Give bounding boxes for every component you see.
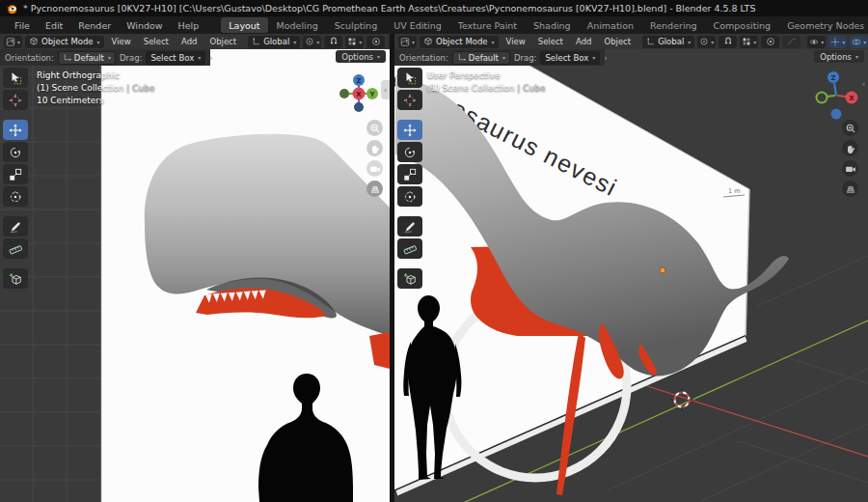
viewport-right[interactable]: Pycnonemosaurus nevesi 1 m	[394, 34, 868, 502]
tool-cursor[interactable]	[3, 90, 28, 110]
show-gizmo-toggle[interactable]	[828, 36, 847, 48]
scale-icon	[9, 168, 22, 181]
menu-render[interactable]: Render	[71, 18, 118, 33]
proportional-editing-button[interactable]	[761, 36, 779, 48]
tool-scale[interactable]	[3, 164, 28, 184]
tab-layout[interactable]: Layout	[221, 17, 267, 33]
tool-select-box[interactable]	[3, 68, 28, 88]
menu-help[interactable]: Help	[172, 18, 206, 33]
orientation-global-label: Global	[263, 37, 289, 46]
pivot-point-dropdown[interactable]	[697, 36, 716, 48]
editor-3d-viewport-icon	[400, 37, 410, 47]
camera-view-button[interactable]	[366, 160, 383, 177]
tool-annotate[interactable]	[3, 216, 28, 237]
viewport-right-canvas[interactable]: Pycnonemosaurus nevesi 1 m	[394, 49, 868, 502]
drag-mode-dropdown[interactable]: Select Box	[146, 51, 205, 65]
select-menu[interactable]: Select	[139, 37, 174, 46]
tab-uv-editing[interactable]: UV Editing	[386, 17, 449, 33]
show-overlays-toggle[interactable]	[850, 36, 868, 48]
perspective-toggle-button[interactable]	[842, 181, 858, 197]
zoom-button[interactable]	[842, 120, 858, 136]
proportional-falloff-dropdown[interactable]	[388, 36, 390, 48]
pan-button[interactable]	[366, 140, 383, 156]
menu-file[interactable]: File	[8, 18, 37, 33]
expand-chevron[interactable]	[209, 53, 213, 63]
mode-dropdown[interactable]: Object Mode	[25, 36, 104, 48]
tool-rotate[interactable]	[3, 142, 28, 162]
snap-settings-dropdown[interactable]	[345, 36, 364, 48]
tool-annotate[interactable]	[397, 216, 422, 237]
divider: |	[517, 83, 520, 93]
tool-measure[interactable]	[3, 238, 28, 259]
snap-toggle-button[interactable]	[719, 36, 737, 48]
gizmo-z-negative[interactable]	[831, 109, 842, 120]
tab-texture-paint[interactable]: Texture Paint	[450, 17, 525, 33]
transform-orientation-dropdown[interactable]: Global	[642, 36, 694, 48]
sidebar-toggle[interactable]: ‹	[381, 80, 390, 99]
tool-add-cube[interactable]	[397, 268, 422, 289]
snap-settings-dropdown[interactable]	[740, 36, 758, 48]
menu-window[interactable]: Window	[120, 18, 169, 33]
right-3d-scene[interactable]: Pycnonemosaurus nevesi 1 m	[394, 49, 868, 502]
add-menu[interactable]: Add	[571, 37, 596, 46]
gizmo-y-negative[interactable]	[817, 93, 827, 103]
perspective-toggle-button[interactable]	[366, 181, 383, 197]
options-dropdown[interactable]: Options	[814, 50, 864, 63]
viewport-left-canvas[interactable]	[0, 49, 390, 502]
menu-edit[interactable]: Edit	[39, 18, 69, 33]
tool-select-box[interactable]	[397, 68, 422, 88]
gizmo-y-negative[interactable]	[339, 89, 349, 98]
navigation-gizmo[interactable]: Z X	[813, 66, 861, 127]
snap-toggle-button[interactable]	[324, 36, 342, 48]
object-menu[interactable]: Object	[599, 37, 636, 46]
sidebar-toggle[interactable]: ‹	[859, 76, 868, 92]
tool-scale[interactable]	[397, 164, 422, 184]
tab-modeling[interactable]: Modeling	[269, 17, 326, 33]
navigation-gizmo[interactable]: Z Y X	[338, 72, 380, 119]
view-menu[interactable]: View	[502, 37, 530, 46]
tool-cursor[interactable]	[397, 90, 422, 110]
measure-ruler-icon	[9, 242, 22, 256]
zoom-button[interactable]	[366, 120, 383, 136]
gizmo-z-negative[interactable]	[354, 102, 364, 112]
tab-rendering[interactable]: Rendering	[642, 17, 705, 33]
select-menu[interactable]: Select	[533, 37, 568, 46]
tab-animation[interactable]: Animation	[580, 17, 641, 33]
camera-view-button[interactable]	[842, 160, 858, 177]
tool-add-cube[interactable]	[3, 268, 28, 289]
pivot-point-dropdown[interactable]	[303, 36, 321, 48]
proportional-editing-button[interactable]	[366, 36, 385, 48]
add-cube-icon	[403, 272, 417, 286]
view-menu[interactable]: View	[107, 37, 136, 46]
drag-orientation-dropdown[interactable]: Default	[452, 51, 510, 65]
transform-orientation-dropdown[interactable]: Global	[248, 36, 300, 48]
drag-orientation-dropdown[interactable]: Default	[58, 51, 116, 65]
tab-geometry-nodes[interactable]: Geometry Nodes	[779, 17, 868, 33]
select-box-icon	[9, 71, 22, 85]
add-menu[interactable]: Add	[176, 37, 202, 46]
object-type-visibility-dropdown[interactable]	[807, 36, 826, 48]
tool-transform[interactable]	[397, 186, 422, 207]
expand-chevron[interactable]	[604, 53, 608, 63]
mode-dropdown[interactable]: Object Mode	[420, 36, 499, 48]
editor-type-dropdown[interactable]	[398, 36, 417, 48]
object-menu[interactable]: Object	[204, 37, 241, 46]
viewport-left[interactable]: Object Mode View Select Add Object Globa…	[0, 34, 390, 502]
drag-mode-dropdown[interactable]: Select Box	[540, 51, 600, 65]
tool-move[interactable]	[397, 120, 422, 140]
proportional-falloff-dropdown[interactable]	[782, 36, 800, 48]
left-3d-scene[interactable]	[0, 49, 390, 502]
tab-shading[interactable]: Shading	[526, 17, 579, 33]
options-dropdown[interactable]: Options	[336, 50, 386, 63]
tool-rotate[interactable]	[397, 142, 422, 162]
tool-measure[interactable]	[397, 238, 422, 259]
pan-button[interactable]	[842, 140, 858, 156]
tab-sculpting[interactable]: Sculpting	[327, 17, 385, 33]
tab-compositing[interactable]: Compositing	[706, 17, 779, 33]
tool-transform[interactable]	[3, 186, 28, 207]
orientation-axes-icon	[646, 38, 655, 46]
collection-name: (1) Scene Collection	[37, 83, 123, 93]
editor-type-dropdown[interactable]	[4, 36, 22, 48]
tool-move[interactable]	[3, 120, 28, 140]
object-origin-dot[interactable]	[660, 267, 665, 273]
